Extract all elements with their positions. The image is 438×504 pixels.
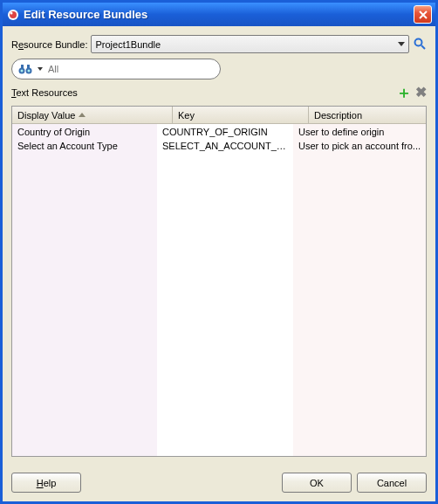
chevron-down-icon [398,42,405,46]
filter-field[interactable] [11,59,221,79]
svg-line-4 [421,45,425,49]
svg-point-9 [21,70,24,72]
svg-point-10 [28,70,31,72]
table-cell[interactable]: User to pick an account fro... [293,138,426,152]
svg-rect-8 [27,65,30,69]
table-header: Display Value Key Description [12,107,426,124]
delete-icon[interactable]: ✖ [415,86,427,100]
bundle-combo-value: Project1Bundle [95,39,398,50]
svg-rect-7 [21,65,24,69]
app-icon [6,8,20,22]
section-header: Text Resources ＋ ✖ [11,85,427,100]
col2-cells: COUNTRY_OF_ORIGIN SELECT_AN_ACCOUNT_TYPE [157,124,293,456]
table-cell[interactable]: User to define origin [293,124,426,138]
search-icon[interactable] [413,37,427,52]
col-key[interactable]: Key [173,107,309,123]
close-button[interactable] [414,5,432,24]
bundle-row: Resource Bundle: Project1Bundle [11,35,427,53]
filter-input[interactable] [46,63,215,75]
sort-asc-icon [79,113,86,117]
bundle-label: Resource Bundle: [11,39,87,50]
col-display-value[interactable]: Display Value [12,107,173,123]
col3-cells: User to define origin User to pick an ac… [293,124,426,456]
table-cell[interactable]: SELECT_AN_ACCOUNT_TYPE [157,138,293,152]
content-area: Resource Bundle: Project1Bundle Text Res… [3,26,435,466]
table-cell[interactable]: Country of Origin [12,124,157,138]
cancel-button[interactable]: Cancel [357,473,427,493]
svg-point-3 [415,38,422,45]
col-description[interactable]: Description [309,107,426,123]
binoculars-icon [17,62,33,76]
bundle-combo[interactable]: Project1Bundle [91,35,409,53]
add-icon[interactable]: ＋ [396,85,412,100]
table-body: Country of Origin Select an Account Type… [12,124,426,456]
dialog-window: Edit Resource Bundles Resource Bundle: P… [0,0,438,504]
resource-table: Display Value Key Description Country of… [11,106,427,457]
titlebar[interactable]: Edit Resource Bundles [3,3,435,26]
section-title: Text Resources [11,87,393,98]
col1-cells: Country of Origin Select an Account Type [12,124,157,456]
window-title: Edit Resource Bundles [24,8,414,21]
ok-button[interactable]: OK [282,473,352,493]
chevron-down-icon[interactable] [38,67,43,71]
filter-row [11,59,427,79]
table-cell[interactable]: COUNTRY_OF_ORIGIN [157,124,293,138]
button-bar: Help OK Cancel [3,466,435,501]
svg-point-2 [10,11,13,14]
help-button[interactable]: Help [11,473,81,493]
table-cell[interactable]: Select an Account Type [12,138,157,152]
